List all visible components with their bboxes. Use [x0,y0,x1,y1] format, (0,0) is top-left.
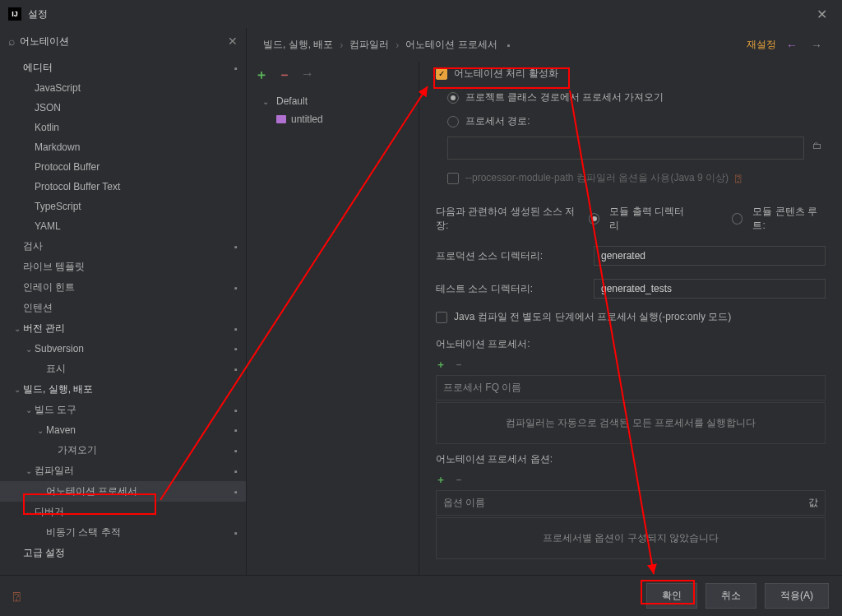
breadcrumb-item[interactable]: 빌드, 실행, 배포 [263,38,333,52]
modified-icon: ▪ [234,487,238,497]
forward-icon[interactable]: → [807,39,826,52]
profile-panel: ＋ － → ⌄Default untitled [247,62,419,575]
tree-intentions[interactable]: 인텐션 [0,298,246,318]
search-input[interactable] [20,35,223,47]
modified-icon: ▪ [234,446,238,456]
chevron-down-icon: ⌄ [23,507,35,516]
back-icon[interactable]: ← [783,39,801,52]
module-output-radio[interactable] [589,213,599,225]
tree-editor-child[interactable]: Protocol Buffer Text [0,177,246,197]
processor-path-input[interactable] [447,137,804,160]
option-hint: 프로세서별 옵션이 구성되지 않았습니다 [436,517,826,559]
add-profile-button[interactable]: ＋ [255,67,268,84]
processor-options-label: 어노테이션 프로세서 옵션: [436,444,826,470]
modified-icon: ▪ [234,344,238,354]
modified-icon: ▪ [234,528,238,538]
modified-icon: ▪ [234,466,238,476]
settings-tree: 에디터▪ JavaScriptJSONKotlinMarkdownProtoco… [0,54,246,567]
tree-editor-child[interactable]: JavaScript [0,78,246,98]
chevron-down-icon: ⌄ [12,385,23,394]
remove-profile-button[interactable]: － [278,67,291,84]
reset-link[interactable]: 재설정 [747,38,776,52]
prod-dir-input[interactable] [594,246,826,266]
module-output-label: 모듈 출력 디렉터리 [609,205,689,233]
add-processor-button[interactable]: ＋ [436,358,446,372]
clear-search-icon[interactable]: ✕ [228,35,238,48]
tree-inlay-hints[interactable]: 인레이 힌트▪ [0,277,246,298]
breadcrumb-item[interactable]: 컴파일러 [349,38,389,52]
tree-subversion[interactable]: ⌄Subversion▪ [0,339,246,359]
profile-module[interactable]: untitled [247,110,419,128]
move-to-button[interactable]: → [301,67,314,84]
tree-maven-import[interactable]: 가져오기▪ [0,440,246,461]
modified-icon: ▪ [234,405,238,415]
module-path-checkbox [447,173,459,184]
tree-editor-child[interactable]: Protocol Buffer [0,157,246,177]
breadcrumb-item: 어노테이션 프로세서 [405,38,497,52]
remove-option-button: － [454,473,464,487]
tree-compiler[interactable]: ⌄컴파일러▪ [0,461,246,481]
search-icon: ⌕ [8,35,15,48]
help-icon[interactable]: ⍰ [735,173,741,184]
tree-editor-child[interactable]: TypeScript [0,197,246,216]
obtain-from-classpath-radio[interactable] [447,92,459,104]
option-name-header: 옵션 이름 [443,496,808,510]
module-path-label: --processor-module-path 컴파일러 옵션을 사용(Java… [465,171,729,185]
proc-only-label: Java 컴파일 전 별도의 단계에서 프로세서 실행(-proc:only 모… [454,310,731,324]
tree-annotation-processors[interactable]: 어노테이션 프로세서▪ [0,481,246,502]
cancel-button[interactable]: 취소 [706,583,756,609]
chevron-right-icon: › [396,39,399,51]
tree-build[interactable]: ⌄빌드, 실행, 배포 [0,379,246,400]
chevron-down-icon: ⌄ [23,345,35,354]
settings-panel: ✓ 어노테이션 처리 활성화 프로젝트 클래스 경로에서 프로세서 가져오기 프… [419,62,842,575]
module-content-radio[interactable] [732,213,743,225]
tree-build-tools[interactable]: ⌄빌드 도구▪ [0,400,246,420]
tree-editor[interactable]: 에디터▪ [0,58,246,78]
browse-folder-icon[interactable]: 🗀 [809,137,826,160]
gen-source-label: 다음과 관련하여 생성된 소스 저장: [436,205,579,233]
tree-async-stack[interactable]: 비동기 스택 추적▪ [0,522,246,543]
test-dir-label: 테스트 소스 디렉터리: [436,282,584,296]
folder-icon [276,115,286,123]
prod-dir-label: 프로덕션 소스 디렉터리: [436,249,584,263]
tree-advanced[interactable]: 고급 설정 [0,543,246,563]
modified-icon: ▪ [234,283,238,293]
footer: ⍰ 확인 취소 적용(A) [0,575,842,616]
proc-only-checkbox[interactable] [436,312,447,323]
tree-editor-child[interactable]: Kotlin [0,118,246,137]
chevron-down-icon: ⌄ [260,97,271,106]
chevron-down-icon: ⌄ [12,324,23,333]
sidebar: ⌕ ✕ 에디터▪ JavaScriptJSONKotlinMarkdownPro… [0,28,247,575]
profile-default[interactable]: ⌄Default [247,92,419,110]
ok-button[interactable]: 확인 [646,583,697,609]
close-icon[interactable]: ✕ [810,3,834,25]
obtain-from-classpath-label: 프로젝트 클래스 경로에서 프로세서 가져오기 [465,90,664,104]
tree-editor-child[interactable]: JSON [0,98,246,118]
modified-icon: ▪ [234,63,238,73]
tree-subversion-presentation[interactable]: 표시▪ [0,359,246,379]
tree-editor-child[interactable]: YAML [0,216,246,236]
processor-hint: 컴파일러는 자동으로 검색된 모든 프로세서를 실행합니다 [436,402,826,444]
test-dir-input[interactable] [594,279,826,299]
help-icon[interactable]: ⍰ [13,590,20,603]
add-option-button[interactable]: ＋ [436,473,446,487]
tree-live-templates[interactable]: 라이브 템플릿 [0,257,246,277]
remove-processor-button: － [454,358,464,372]
tree-inspection[interactable]: 검사▪ [0,236,246,257]
modified-icon: ▪ [507,40,511,50]
tree-editor-child[interactable]: Markdown [0,137,246,157]
tree-maven[interactable]: ⌄Maven▪ [0,420,246,440]
tree-vcs[interactable]: ⌄버전 관리▪ [0,318,246,339]
modified-icon: ▪ [234,242,238,252]
tree-debugger[interactable]: ⌄디버거 [0,502,246,522]
chevron-down-icon: ⌄ [23,405,35,415]
window-title: 설정 [28,7,48,21]
module-content-label: 모듈 콘텐츠 루트: [752,205,826,233]
annotation-processors-label: 어노테이션 프로세서: [436,329,826,354]
breadcrumb: 빌드, 실행, 배포 › 컴파일러 › 어노테이션 프로세서 ▪ 재설정 ← → [247,28,842,62]
enable-annotation-checkbox[interactable]: ✓ [436,68,447,80]
processor-path-radio[interactable] [447,116,459,127]
option-value-header: 값 [808,496,818,510]
apply-button[interactable]: 적용(A) [765,583,829,609]
modified-icon: ▪ [234,324,238,334]
